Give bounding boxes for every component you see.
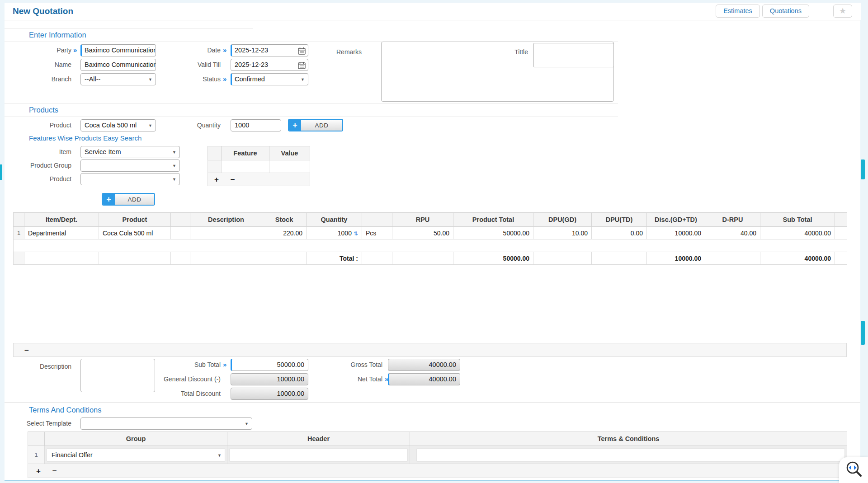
quotations-button[interactable]: Quotations — [762, 5, 809, 18]
add-feature-search-button[interactable]: + ADD — [102, 193, 155, 206]
top-bar: New Quotation Estimates Quotations ★ — [5, 3, 861, 20]
value-cell[interactable] — [269, 160, 310, 173]
status-label: Status — [154, 73, 221, 85]
select-template-combobox[interactable]: ▼ — [80, 417, 252, 430]
description-textarea[interactable] — [80, 359, 155, 392]
items-footer-bar: − — [13, 343, 847, 357]
chevron-down-icon: ▼ — [148, 74, 152, 85]
col-product: Product — [99, 213, 171, 227]
col-sub-total: Sub Total — [760, 213, 835, 227]
name-input[interactable]: Baximco Communication — [80, 59, 156, 71]
star-icon: ★ — [839, 6, 846, 15]
magnifier-icon — [844, 460, 863, 481]
valid-till-input[interactable]: 2025-12-23 — [231, 59, 308, 71]
terms-add-row-button[interactable]: + — [36, 467, 41, 475]
feature-product-label: Product — [14, 173, 71, 185]
gross-total-label: Gross Total — [316, 359, 382, 371]
quantity-label: Quantity — [154, 119, 221, 131]
plus-icon: + — [289, 120, 301, 131]
description-cell[interactable] — [190, 227, 262, 239]
product-label: Product — [14, 119, 71, 131]
chevron-down-icon: ▼ — [148, 45, 152, 56]
header-input[interactable] — [229, 448, 408, 462]
branch-combobox[interactable]: --All-- ▼ — [80, 73, 156, 85]
terms-row-1: 1 Financial Offer ▼ — [28, 446, 847, 464]
col-quantity: Quantity — [307, 213, 362, 227]
col-product-total: Product Total — [453, 213, 533, 227]
scrollbar-thumb[interactable] — [861, 159, 865, 179]
branch-label: Branch — [14, 73, 71, 85]
estimates-button[interactable]: Estimates — [716, 5, 760, 18]
scrollbar-track[interactable] — [860, 20, 868, 483]
feature-remove-row-button[interactable]: − — [231, 176, 235, 183]
add-product-button[interactable]: + ADD — [288, 119, 343, 131]
chevron-down-icon: ▼ — [172, 147, 176, 158]
chevron-down-icon: ▼ — [301, 74, 305, 85]
product-combobox[interactable]: Coca Cola 500 ml ▼ — [80, 119, 156, 131]
chevrons-icon: » — [223, 73, 226, 85]
sub-total-label: Sub Total — [154, 359, 221, 371]
col-d-rpu: D-RPU — [705, 213, 760, 227]
col-description: Description — [190, 213, 262, 227]
col-rpu: RPU — [392, 213, 453, 227]
spinner-icon[interactable]: ⇅ — [354, 230, 358, 237]
col-dpu-td: DPU(TD) — [592, 213, 647, 227]
quantity-cell[interactable]: 1000⇅ — [307, 227, 362, 239]
terms-table: Group Header Terms & Conditions 1 Financ… — [28, 431, 847, 478]
zoom-fab-button[interactable] — [839, 457, 868, 483]
value-column-header: Value — [269, 146, 310, 160]
total-discount-label: Total Discount — [154, 388, 221, 400]
product-group-label: Product Group — [14, 159, 71, 172]
total-label: Total : — [307, 252, 362, 265]
party-combobox[interactable]: Baximco Communication ▼ — [80, 44, 156, 56]
feature-column-header: Feature — [222, 146, 269, 160]
rpu-cell[interactable]: 50.00 — [392, 227, 453, 239]
col-stock: Stock — [262, 213, 307, 227]
dpu-td-cell[interactable]: 0.00 — [592, 227, 647, 239]
calendar-icon[interactable] — [298, 61, 306, 71]
items-total-row: Total : 50000.00 10000.00 40000.00 — [14, 252, 847, 265]
products-heading: Products — [29, 106, 58, 114]
page-title: New Quotation — [13, 3, 73, 20]
chevron-down-icon: ▼ — [217, 450, 222, 461]
terms-remove-row-button[interactable]: − — [52, 467, 57, 475]
status-combobox[interactable]: Confirmed ▼ — [231, 73, 308, 85]
feature-product-combobox[interactable]: ▼ — [80, 173, 180, 185]
item-combobox[interactable]: Service Item ▼ — [80, 146, 180, 158]
row-number: 1 — [28, 446, 45, 464]
feature-table: Feature Value + − — [208, 146, 310, 186]
product-cell[interactable]: Coca Cola 500 ml — [99, 227, 171, 239]
top-actions: Estimates Quotations — [716, 5, 809, 18]
favorite-button[interactable]: ★ — [833, 5, 852, 18]
col-disc: Disc.(GD+TD) — [647, 213, 705, 227]
side-accent-bar — [0, 164, 2, 180]
product-total-cell: 50000.00 — [453, 227, 533, 239]
group-combobox[interactable]: Financial Offer ▼ — [47, 448, 225, 462]
d-rpu-cell: 40.00 — [705, 227, 760, 239]
sub-total-input[interactable]: 50000.00 — [231, 359, 308, 371]
remove-item-row-button[interactable]: − — [24, 347, 29, 354]
sub-total-cell: 40000.00 — [760, 227, 835, 239]
terms-input[interactable] — [416, 448, 845, 462]
divider — [5, 103, 618, 103]
plus-icon: + — [103, 194, 115, 205]
dpu-gd-cell[interactable]: 10.00 — [533, 227, 592, 239]
row-number: 1 — [14, 227, 24, 239]
chevron-down-icon: ▼ — [245, 418, 249, 429]
net-total-label: Net Total — [316, 373, 382, 385]
total-product-total: 50000.00 — [453, 252, 533, 265]
feature-add-row-button[interactable]: + — [214, 176, 219, 183]
items-table: Item/Dept. Product Description Stock Qua… — [13, 212, 847, 265]
quantity-input[interactable]: 1000 — [231, 119, 281, 131]
item-dept-cell[interactable]: Departmental — [24, 227, 99, 239]
general-discount-input: 10000.00 — [231, 373, 308, 385]
page: New Quotation Estimates Quotations ★ Ent… — [0, 0, 868, 483]
col-item-dept: Item/Dept. — [24, 213, 99, 227]
tittle-input[interactable] — [533, 43, 614, 67]
feature-cell[interactable] — [222, 160, 269, 173]
divider — [5, 402, 861, 403]
scrollbar-thumb[interactable] — [861, 321, 865, 345]
product-group-combobox[interactable]: ▼ — [80, 159, 180, 172]
tittle-label: Tittle — [469, 46, 528, 58]
description-label: Description — [14, 361, 71, 373]
